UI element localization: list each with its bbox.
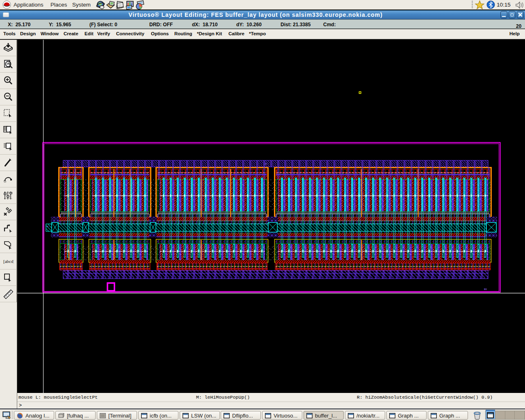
svg-text:I1: I1 [265,162,268,165]
svg-text:B0: B0 [484,288,487,291]
svg-text:A: A [47,225,48,228]
svg-text:[abcd]: [abcd] [3,259,14,264]
